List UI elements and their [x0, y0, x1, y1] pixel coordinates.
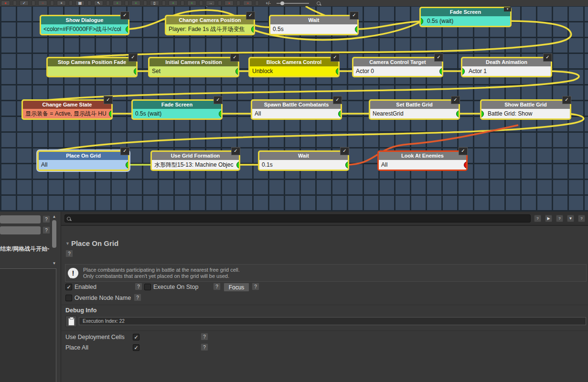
node-enabled-checkbox[interactable]: ✓ — [543, 53, 552, 62]
node-enabled-checkbox[interactable]: ✓ — [120, 147, 129, 155]
zoom-slider-knob[interactable] — [280, 1, 284, 5]
node-output-port[interactable] — [126, 161, 128, 169]
forward-icon[interactable]: → — [206, 0, 215, 6]
execute-on-stop-checkbox[interactable] — [144, 284, 151, 290]
node-search-input[interactable] — [64, 214, 531, 223]
node-enabled-checkbox[interactable]: ✓ — [434, 53, 443, 62]
scrollbar-thumb[interactable] — [52, 220, 56, 248]
zoom-slider[interactable] — [277, 3, 309, 4]
node-spawn-battle-combatants[interactable]: ✓ Spawn Battle Combatants All — [251, 99, 342, 120]
node-camera-control-target[interactable]: ✓ Camera Control Target Actor 0 — [352, 57, 443, 77]
check-icon[interactable]: ✓ — [20, 0, 29, 6]
override-node-name-checkbox[interactable] — [65, 295, 72, 301]
focus-button[interactable]: Focus — [224, 283, 249, 292]
play-button[interactable]: ▶ — [545, 215, 552, 222]
sidebar-text-area[interactable] — [0, 268, 56, 382]
node-use-grid-formation[interactable]: ✓ Use Grid Formation 水形阵型15-13: Machine … — [150, 150, 240, 171]
node-initial-camera-position[interactable]: ✓ Initial Camera Position Set — [148, 57, 239, 77]
add-node-icon[interactable]: + — [113, 0, 122, 6]
delete-all-icon[interactable]: × — [243, 0, 252, 6]
node-enabled-checkbox[interactable]: ✓ — [562, 96, 571, 104]
list-add-icon[interactable]: + — [187, 0, 196, 6]
node-output-port[interactable] — [219, 110, 221, 117]
sidebar-field-2[interactable] — [0, 226, 41, 234]
node-enabled-checkbox[interactable]: ✓ — [214, 96, 223, 104]
node-output-port[interactable] — [355, 26, 357, 33]
node-input-port[interactable] — [481, 110, 484, 117]
help-button[interactable]: ? — [43, 215, 50, 223]
node-output-port[interactable] — [338, 110, 341, 117]
copy-debug-button[interactable] — [65, 316, 77, 327]
cursor-icon[interactable]: ↖ — [94, 0, 103, 6]
help-button[interactable]: ? — [135, 283, 142, 290]
help-button[interactable]: ? — [252, 283, 259, 290]
sidebar-scrollbar[interactable]: ▲ ▼ — [51, 214, 57, 267]
node-output-port[interactable] — [439, 68, 442, 75]
node-enabled-checkbox[interactable]: ✓ — [333, 96, 342, 104]
help-button[interactable]: ? — [556, 215, 563, 222]
node-enabled-checkbox[interactable]: ✓ — [104, 96, 113, 104]
document-icon[interactable]: ▯ — [150, 0, 159, 6]
node-output-port[interactable] — [126, 26, 128, 33]
node-show-battle-grid[interactable]: ✓ Show Battle Grid Battle Grid: Show — [480, 99, 571, 120]
node-enabled-checkbox[interactable]: ✓ — [340, 147, 349, 155]
node-block-camera-control[interactable]: ✓ Block Camera Control Unblock — [248, 57, 340, 77]
node-enabled-checkbox[interactable]: ✓ — [231, 147, 240, 155]
move-icon[interactable]: + — [57, 0, 66, 6]
help-button[interactable]: ? — [65, 250, 73, 257]
node-output-port[interactable] — [456, 110, 459, 117]
node-output-port[interactable] — [336, 68, 338, 75]
node-fade-screen-top[interactable]: ▾ Fade Screen 0.5s (wait) — [419, 7, 512, 27]
delete-icon[interactable]: × — [225, 0, 234, 6]
dropdown-button[interactable]: ▼ — [567, 215, 574, 222]
node-enabled-checkbox[interactable]: ✓ — [128, 53, 138, 62]
scroll-up-icon[interactable]: ▲ — [51, 214, 57, 219]
node-output-port[interactable] — [251, 26, 254, 33]
place-all-checkbox[interactable]: ✓ — [133, 344, 139, 351]
node-set-battle-grid[interactable]: ✓ Set Battle Grid NearestGrid — [369, 99, 460, 120]
node-enabled-checkbox[interactable]: ✓ — [459, 147, 468, 155]
help-button[interactable]: ? — [213, 283, 221, 290]
node-look-at-enemies[interactable]: ✓ Look At Enemies All — [377, 150, 468, 171]
node-enabled-checkbox[interactable]: ✓ — [451, 96, 460, 104]
node-wait-2[interactable]: ✓ Wait 0.1s — [258, 150, 349, 171]
node-wait[interactable]: ✓ Wait 0.5s — [269, 15, 359, 35]
help-button[interactable]: ? — [201, 343, 208, 351]
node-fade-screen[interactable]: ✓ Fade Screen 0.5s (wait) — [131, 99, 223, 120]
node-enabled-checkbox[interactable]: ✓ — [230, 53, 239, 62]
copy-add-icon[interactable]: + — [169, 0, 178, 6]
node-enabled-checkbox[interactable]: ✓ — [120, 11, 129, 20]
add-group-icon[interactable]: + — [131, 0, 140, 6]
node-change-game-state[interactable]: ✓ Change Game State 显示装备 = Active, 显示战斗 … — [21, 99, 113, 120]
help-button[interactable]: ? — [578, 215, 585, 222]
help-button[interactable]: ? — [43, 226, 50, 234]
node-change-camera-position[interactable]: ✓ Change Camera Position Player: Fade 1s… — [165, 15, 255, 35]
node-graph-canvas[interactable]: ✓ Show Dialogue <color=#FF0000FF>战斗!</co… — [0, 6, 588, 212]
node-place-on-grid[interactable]: ✓ Place On Grid All — [37, 150, 129, 171]
section-header-place-on-grid[interactable]: ▼Place On Grid — [65, 239, 118, 247]
remove-line-icon[interactable]: − — [38, 0, 47, 6]
node-enabled-checkbox[interactable]: ✓ — [246, 11, 255, 20]
sidebar-field-1[interactable] — [0, 215, 41, 223]
node-output-port[interactable] — [109, 110, 111, 117]
node-output-port[interactable] — [345, 161, 348, 169]
node-output-port-error[interactable] — [464, 161, 466, 169]
node-death-animation[interactable]: ✓ Death Animation Actor 1 — [461, 57, 552, 77]
node-input-port[interactable] — [462, 68, 465, 75]
enabled-checkbox[interactable]: ✓ — [65, 284, 72, 290]
help-button[interactable]: ? — [534, 215, 541, 222]
node-collapse-icon[interactable]: ▾ — [504, 7, 511, 11]
help-button[interactable]: ? — [134, 294, 141, 301]
node-input-port[interactable] — [421, 18, 423, 25]
node-output-port[interactable] — [134, 68, 136, 75]
scroll-down-icon[interactable]: ▼ — [51, 261, 57, 266]
node-stop-camera-position-fade[interactable]: ✓ Stop Camera Position Fade — [46, 57, 138, 77]
use-deployment-cells-checkbox[interactable]: ✓ — [133, 334, 139, 340]
node-output-port[interactable] — [235, 68, 238, 75]
node-show-dialogue[interactable]: ✓ Show Dialogue <color=#FF0000FF>战斗!</co… — [40, 15, 129, 35]
record-icon[interactable]: ● — [1, 0, 10, 6]
node-enabled-checkbox[interactable]: ✓ — [331, 53, 340, 62]
node-enabled-checkbox[interactable]: ✓ — [350, 11, 359, 20]
grid-icon[interactable]: ▦ — [75, 0, 85, 6]
help-button[interactable]: ? — [201, 333, 208, 340]
